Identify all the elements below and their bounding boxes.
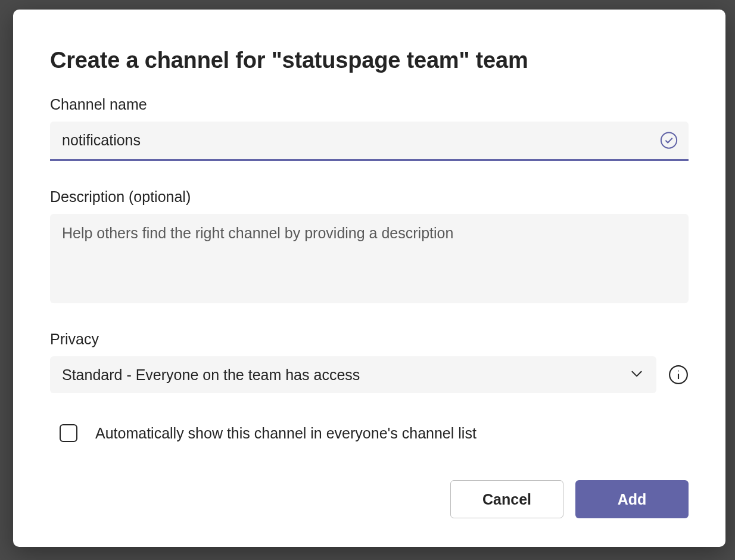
svg-point-0 (661, 132, 677, 148)
info-icon[interactable] (668, 365, 689, 385)
add-button[interactable]: Add (575, 480, 689, 518)
dialog-title: Create a channel for "statuspage team" t… (50, 48, 689, 73)
auto-show-row: Automatically show this channel in every… (50, 424, 689, 442)
cancel-button[interactable]: Cancel (450, 480, 563, 518)
checkmark-circle-icon (660, 132, 678, 150)
chevron-down-icon (629, 366, 644, 384)
privacy-label: Privacy (50, 331, 689, 348)
svg-point-2 (678, 371, 679, 372)
channel-name-field-wrap (50, 122, 689, 161)
auto-show-label: Automatically show this channel in every… (95, 425, 476, 442)
auto-show-checkbox[interactable] (60, 424, 77, 442)
description-textarea[interactable] (50, 214, 689, 303)
channel-name-label: Channel name (50, 96, 689, 113)
dialog-footer: Cancel Add (50, 480, 689, 518)
privacy-row: Standard - Everyone on the team has acce… (50, 356, 689, 393)
create-channel-dialog: Create a channel for "statuspage team" t… (13, 10, 725, 547)
channel-name-input[interactable] (50, 122, 689, 161)
privacy-selected-value: Standard - Everyone on the team has acce… (62, 366, 360, 384)
description-label: Description (optional) (50, 188, 689, 206)
privacy-select[interactable]: Standard - Everyone on the team has acce… (50, 356, 656, 393)
